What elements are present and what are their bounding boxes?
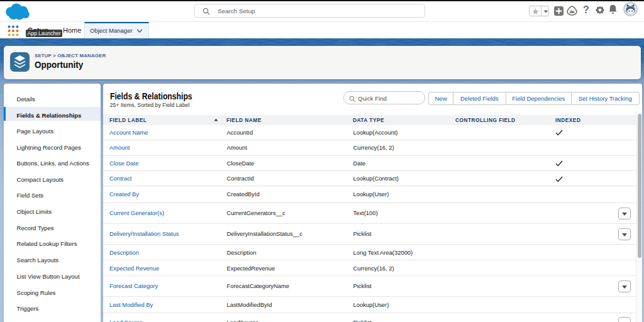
svg-text:?: ?	[583, 4, 589, 15]
